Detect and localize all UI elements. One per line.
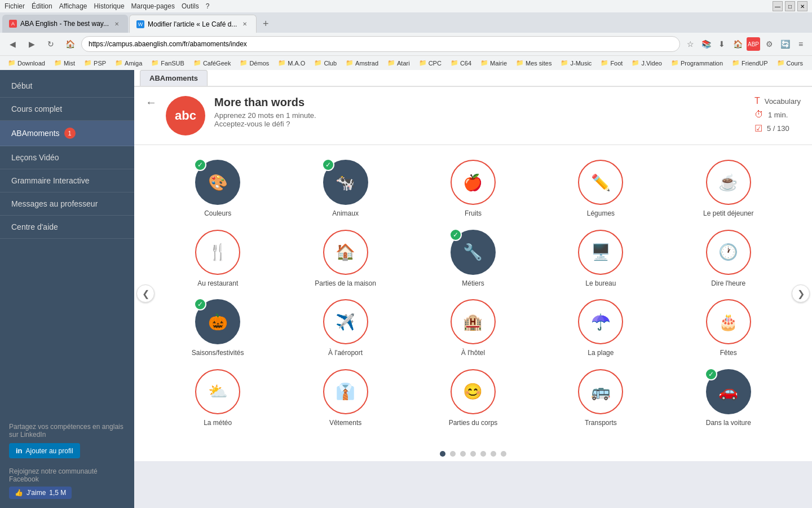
close-button[interactable]: ✕: [797, 1, 807, 11]
minimize-button[interactable]: —: [773, 1, 783, 11]
bookmark-foot[interactable]: Foot: [597, 58, 626, 68]
bookmark-friendup[interactable]: FriendUP: [729, 58, 771, 68]
sidebar-item-grammaire-interactive[interactable]: Grammaire Interactive: [0, 169, 134, 192]
category-item[interactable]: ✓ 🎨 Couleurs: [157, 160, 279, 218]
menu-edition[interactable]: Édition: [32, 2, 52, 10]
tab-close-2[interactable]: ✕: [240, 20, 249, 29]
bookmark-atari[interactable]: Atari: [384, 58, 413, 68]
tab-modifier[interactable]: W Modifier l'article « Le Café d... ✕: [129, 15, 257, 33]
back-nav-button[interactable]: ◀: [5, 36, 20, 52]
bookmark-programmation[interactable]: Programmation: [668, 58, 726, 68]
bookmark-jvideo[interactable]: J.Video: [628, 58, 665, 68]
profile-icon[interactable]: ABP: [747, 37, 760, 51]
sidebar-item-abamoments[interactable]: ABAmoments 1: [0, 121, 134, 146]
forward-nav-button[interactable]: ▶: [24, 36, 39, 52]
category-item[interactable]: 🍴 Au restaurant: [157, 230, 279, 288]
prev-arrow[interactable]: ❮: [136, 284, 155, 303]
maximize-button[interactable]: □: [785, 1, 795, 11]
category-item[interactable]: ✈️ À l'aéroport: [284, 299, 406, 358]
menu-fichier[interactable]: Fichier: [5, 2, 25, 10]
sidebar-item-debut[interactable]: Début: [0, 75, 134, 98]
address-bar[interactable]: [81, 36, 680, 52]
tab-aba-english[interactable]: A ABA English - The best way... ✕: [2, 15, 128, 33]
menu-help[interactable]: ?: [206, 2, 210, 10]
pagination-dot[interactable]: [450, 451, 456, 457]
bookmark-star-icon[interactable]: ☆: [683, 37, 697, 51]
check-badge: ✓: [194, 159, 206, 171]
pagination-dot[interactable]: [480, 451, 486, 457]
sidebar-item-lecons-video[interactable]: Leçons Vidéo: [0, 146, 134, 169]
bookmark-mairie[interactable]: Mairie: [477, 58, 510, 68]
category-item[interactable]: ✏️ Légumes: [540, 160, 661, 218]
menu-historique[interactable]: Historique: [94, 2, 125, 10]
bookmark-cpc[interactable]: CPC: [416, 58, 445, 68]
bookmark-mist[interactable]: Mist: [51, 58, 78, 68]
hero-meta: T Vocabulary ⏱ 1 min. ☑ 5 / 130: [754, 96, 801, 134]
category-label: Couleurs: [204, 209, 231, 218]
facebook-button[interactable]: 👍 J'aime 1,5 M: [9, 487, 72, 499]
category-item[interactable]: 🍎 Fruits: [412, 160, 534, 218]
category-item[interactable]: ✓ 🐄 Animaux: [284, 160, 406, 218]
hero-subtitle1: Apprenez 20 mots en 1 minute.: [214, 111, 316, 120]
category-item[interactable]: 🚌 Transports: [540, 369, 661, 428]
sync-icon[interactable]: 🔄: [778, 37, 792, 51]
bookmark-amiga[interactable]: Amiga: [112, 58, 145, 68]
bookmark-mao[interactable]: M.A.O: [275, 58, 308, 68]
bookmark-cafegeek[interactable]: CaféGeek: [190, 58, 235, 68]
pagination-dot[interactable]: [460, 451, 466, 457]
category-item[interactable]: ☂️ La plage: [540, 299, 661, 358]
category-icon: 🎨: [208, 173, 228, 192]
bookmark-jmusic[interactable]: J-Music: [557, 58, 595, 68]
reload-nav-button[interactable]: ↻: [43, 36, 59, 52]
pagination-dot[interactable]: [491, 451, 496, 457]
download-icon[interactable]: ⬇: [715, 37, 729, 51]
menu-outils[interactable]: Outils: [182, 2, 199, 10]
sidebar-item-messages-professeur[interactable]: Messages au professeur: [0, 192, 134, 216]
bookmark-amstrad[interactable]: Amstrad: [342, 58, 382, 68]
category-item[interactable]: ✓ 🚗 Dans la voiture: [668, 369, 789, 428]
home-icon[interactable]: 🏠: [731, 37, 744, 51]
menu-affichage[interactable]: Affichage: [59, 2, 87, 10]
bookmark-mes-sites[interactable]: Mes sites: [513, 58, 555, 68]
category-item[interactable]: 🎂 Fêtes: [668, 299, 789, 358]
pagination-dot[interactable]: [440, 451, 445, 457]
bookmark-demos[interactable]: Démos: [236, 58, 272, 68]
category-item[interactable]: 🏨 À l'hôtel: [412, 299, 534, 358]
category-item[interactable]: 🖥️ Le bureau: [540, 230, 661, 288]
category-icon: ☕: [718, 173, 738, 192]
menu-marque-pages[interactable]: Marque-pages: [131, 2, 175, 10]
bookmark-c64[interactable]: C64: [447, 58, 475, 68]
tab-close-1[interactable]: ✕: [112, 19, 121, 28]
next-arrow[interactable]: ❯: [792, 284, 810, 303]
category-icon: 🍎: [463, 173, 483, 192]
add-tab-button[interactable]: +: [258, 16, 273, 32]
check-badge: ✓: [194, 298, 206, 310]
category-item[interactable]: 🏠 Parties de la maison: [284, 230, 406, 288]
category-label: Fruits: [465, 209, 482, 218]
bookmark-download[interactable]: Download: [5, 58, 48, 68]
category-item[interactable]: 👔 Vêtements: [284, 369, 406, 428]
bookmark-shelf-icon[interactable]: 📚: [699, 37, 713, 51]
category-item[interactable]: 😊 Parties du corps: [412, 369, 534, 428]
category-item[interactable]: ⛅ La météo: [157, 369, 279, 428]
bookmark-club[interactable]: Club: [311, 58, 340, 68]
extensions-icon[interactable]: ⚙: [762, 37, 776, 51]
bookmark-cours[interactable]: Cours: [774, 58, 806, 68]
category-item[interactable]: 🕐 Dire l'heure: [668, 230, 789, 288]
pagination-dot[interactable]: [501, 451, 506, 457]
back-button[interactable]: ←: [145, 96, 157, 109]
linkedin-button[interactable]: in Ajouter au profil: [9, 443, 80, 458]
category-item[interactable]: ✓ 🔧 Métiers: [412, 230, 534, 288]
category-label: Fêtes: [720, 349, 737, 358]
category-item[interactable]: ✓ 🎃 Saisons/festivités: [157, 299, 279, 358]
bookmark-psp[interactable]: PSP: [81, 58, 109, 68]
bookmark-fansub[interactable]: FanSUB: [148, 58, 188, 68]
home-nav-button[interactable]: 🏠: [62, 36, 78, 52]
category-item[interactable]: ☕ Le petit déjeuner: [668, 160, 789, 218]
menu-icon[interactable]: ≡: [794, 37, 807, 51]
hero-subtitle2: Acceptez-vous le défi ?: [214, 120, 316, 128]
pagination-dot[interactable]: [470, 451, 476, 457]
sidebar-item-cours-complet[interactable]: Cours complet: [0, 98, 134, 121]
sidebar-item-centre-aide[interactable]: Centre d'aide: [0, 216, 134, 239]
abamoments-tab[interactable]: ABAmoments: [140, 70, 208, 86]
